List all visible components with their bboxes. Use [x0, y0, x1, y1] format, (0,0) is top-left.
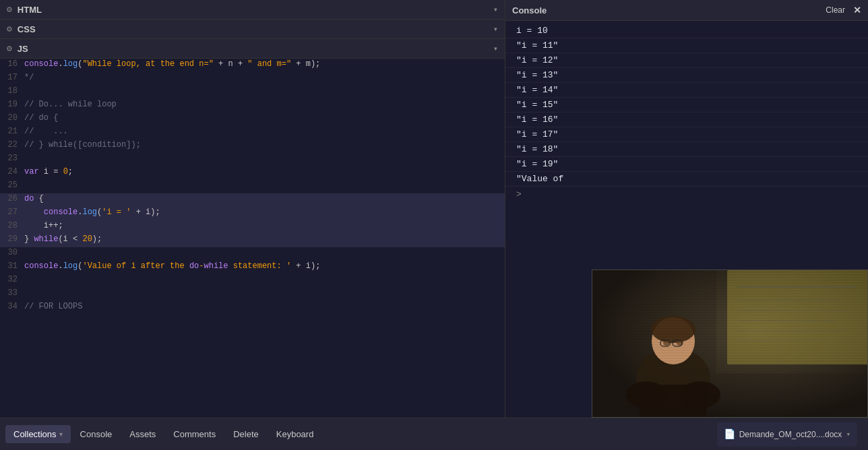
tab-console[interactable]: Console — [72, 425, 121, 443]
code-line: 27 console.log('i = ' + i); — [0, 207, 505, 220]
line-content: do { — [22, 193, 505, 204]
line-content: */ — [22, 72, 505, 83]
code-line: 16console.log("While loop, at the end n=… — [0, 59, 505, 72]
code-line: 21// ... — [0, 126, 505, 139]
code-line: 31console.log('Value of i after the do-w… — [0, 261, 505, 274]
line-number: 17 — [0, 72, 22, 83]
line-number: 20 — [0, 112, 22, 123]
line-number: 26 — [0, 193, 22, 204]
console-line: "i = 16" — [505, 112, 868, 127]
code-line: 25 — [0, 180, 505, 193]
code-line: 26do { — [0, 193, 505, 207]
tab-label: Delete — [233, 429, 259, 439]
code-editor[interactable]: 16console.log("While loop, at the end n=… — [0, 59, 505, 418]
line-number: 25 — [0, 180, 22, 191]
tab-assets[interactable]: Assets — [121, 425, 164, 443]
line-content: var i = 0; — [22, 166, 505, 177]
console-panel: Console Clear ✕ i = 10"i = 11""i = 12""i… — [505, 0, 868, 418]
tab-keyboard[interactable]: Keyboard — [268, 425, 322, 443]
line-number: 33 — [0, 288, 22, 298]
console-actions: Clear ✕ — [823, 4, 861, 16]
code-line: 34// FOR LOOPS — [0, 301, 505, 315]
clear-button[interactable]: Clear — [823, 4, 848, 16]
editor-panel: ⚙ HTML ▾ ⚙ CSS ▾ ⚙ JS ▾ 16console.log("W… — [0, 0, 505, 418]
console-line: "i = 19" — [505, 157, 868, 172]
console-line: "i = 18" — [505, 142, 868, 157]
line-number: 30 — [0, 247, 22, 258]
video-noise — [592, 270, 867, 417]
video-overlay — [592, 269, 868, 418]
console-line: "i = 13" — [505, 68, 868, 83]
tab-label: Collections — [13, 429, 57, 439]
line-content: console.log("While loop, at the end n=" … — [22, 59, 505, 69]
line-content: // do { — [22, 112, 505, 123]
code-line: 19// Do... while loop — [0, 99, 505, 112]
line-content: i++; — [22, 220, 505, 231]
code-line: 29} while(i < 20); — [0, 234, 505, 247]
file-indicator[interactable]: 📄 Demande_OM_oct20....docx ▾ — [717, 422, 857, 447]
tab-label: Keyboard — [276, 429, 314, 439]
line-number: 16 — [0, 59, 22, 69]
line-number: 21 — [0, 126, 22, 137]
line-content — [22, 180, 505, 191]
file-name: Demande_OM_oct20....docx — [739, 430, 842, 439]
tab-collections[interactable]: Collections▾ — [5, 425, 71, 443]
js-gear-icon: ⚙ — [7, 43, 12, 54]
css-chevron-icon: ▾ — [493, 24, 498, 34]
tab-label: Console — [80, 429, 113, 439]
line-number: 32 — [0, 274, 22, 285]
code-line: 22// } while([condition]); — [0, 139, 505, 153]
file-dropdown-icon: ▾ — [846, 430, 850, 439]
console-line: "i = 17" — [505, 127, 868, 142]
console-prompt: > — [505, 187, 868, 202]
code-line: 30 — [0, 247, 505, 261]
line-content — [22, 247, 505, 258]
line-number: 27 — [0, 207, 22, 218]
js-section-header[interactable]: ⚙ JS ▾ — [0, 39, 505, 59]
tab-arrow-icon: ▾ — [59, 430, 63, 438]
line-number: 18 — [0, 86, 22, 96]
code-line: 20// do { — [0, 112, 505, 126]
css-section-title: CSS — [18, 24, 36, 34]
line-content: // Do... while loop — [22, 99, 505, 110]
code-line: 18 — [0, 86, 505, 99]
html-gear-icon: ⚙ — [7, 4, 12, 15]
line-content: } while(i < 20); — [22, 234, 505, 245]
console-line: "i = 12" — [505, 53, 868, 68]
line-content — [22, 288, 505, 298]
line-content: // } while([condition]); — [22, 139, 505, 150]
html-section-header[interactable]: ⚙ HTML ▾ — [0, 0, 505, 20]
js-chevron-icon: ▾ — [493, 44, 498, 54]
line-number: 24 — [0, 166, 22, 177]
console-line: "i = 11" — [505, 38, 868, 53]
main-area: ⚙ HTML ▾ ⚙ CSS ▾ ⚙ JS ▾ 16console.log("W… — [0, 0, 868, 418]
tab-label: Assets — [129, 429, 156, 439]
console-header: Console Clear ✕ — [505, 0, 868, 21]
line-number: 22 — [0, 139, 22, 150]
tab-delete[interactable]: Delete — [225, 425, 267, 443]
line-content: console.log('Value of i after the do-whi… — [22, 261, 505, 271]
close-button[interactable]: ✕ — [853, 5, 861, 15]
css-gear-icon: ⚙ — [7, 24, 12, 34]
line-number: 23 — [0, 153, 22, 164]
line-number: 31 — [0, 261, 22, 271]
line-content — [22, 153, 505, 164]
html-chevron-icon: ▾ — [493, 5, 498, 15]
line-content: // FOR LOOPS — [22, 301, 505, 312]
line-number: 34 — [0, 301, 22, 312]
line-number: 29 — [0, 234, 22, 245]
line-number: 19 — [0, 99, 22, 110]
code-line: 28 i++; — [0, 220, 505, 234]
css-section-header[interactable]: ⚙ CSS ▾ — [0, 20, 505, 39]
line-content — [22, 274, 505, 285]
bottom-bar: Collections▾ConsoleAssetsCommentsDeleteK… — [0, 418, 868, 450]
line-content: // ... — [22, 126, 505, 137]
code-line: 17*/ — [0, 72, 505, 86]
console-line: "i = 14" — [505, 83, 868, 98]
tab-comments[interactable]: Comments — [165, 425, 224, 443]
html-section-title: HTML — [18, 5, 42, 15]
code-line: 23 — [0, 153, 505, 166]
tab-label: Comments — [173, 429, 216, 439]
file-icon: 📄 — [724, 428, 735, 440]
line-number: 28 — [0, 220, 22, 231]
